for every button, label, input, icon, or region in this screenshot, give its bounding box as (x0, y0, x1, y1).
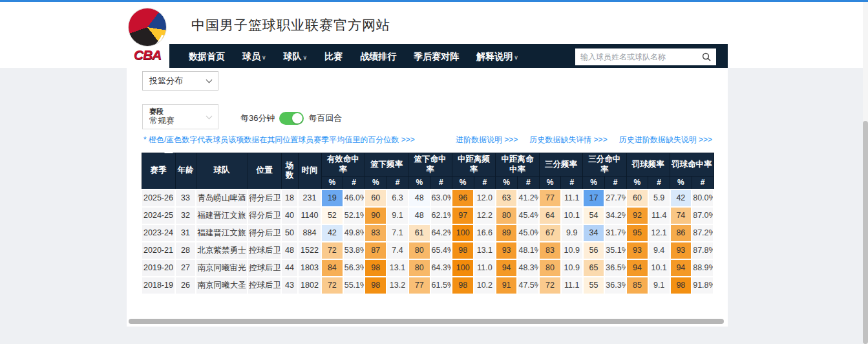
sub-header-value[interactable]: # (604, 177, 626, 189)
nav-item-teams[interactable]: 球队∨ (284, 51, 308, 63)
percentile-cell: 19 (321, 189, 343, 207)
sort-caret-icon (164, 149, 173, 153)
age-cell: 31 (175, 224, 196, 242)
stat-group-header[interactable]: 罚球命中率 (670, 153, 714, 177)
percentile-cell: 90 (365, 207, 386, 224)
link-advanced-stats-help[interactable]: 进阶数据说明 >>> (456, 134, 518, 145)
rate-mode-toggle-row: 每36分钟 每百回合 (240, 112, 342, 125)
value-cell: 36.5% (604, 259, 626, 277)
percentile-cell: 95 (626, 224, 648, 242)
percentile-cell: 48 (408, 189, 430, 207)
value-cell: 11.1 (561, 189, 583, 207)
sub-header-percentile[interactable]: % (583, 177, 605, 189)
percentile-cell: 72 (539, 277, 561, 294)
value-cell: 27.7% (604, 189, 626, 207)
nav-item-data-home[interactable]: 数据首页 (189, 51, 225, 63)
link-missing-data-details[interactable]: 历史数据缺失详情 >>> (529, 134, 607, 145)
value-cell: 12.1 (648, 224, 670, 242)
search-button[interactable] (697, 48, 716, 65)
stage-value: 常规赛 (149, 116, 175, 126)
nav-item-standings[interactable]: 战绩排行 (360, 51, 396, 63)
sub-header-percentile[interactable]: % (626, 177, 648, 189)
sub-header-value[interactable]: # (692, 177, 714, 189)
sub-header-value[interactable]: # (517, 177, 539, 189)
horizontal-scrollbar[interactable] (129, 319, 724, 324)
minutes-cell: 1522 (298, 242, 321, 259)
stat-group-header[interactable]: 中距离频率 (452, 153, 495, 177)
nav-item-glossary[interactable]: 解释说明∨ (476, 51, 518, 63)
sub-header-percentile[interactable]: % (365, 177, 386, 189)
minutes-cell: 884 (298, 224, 321, 242)
percentile-cell: 17 (583, 189, 605, 207)
col-header[interactable]: 球队 (196, 153, 248, 189)
percentile-cell: 61 (408, 224, 430, 242)
percentile-cell: 84 (321, 259, 343, 277)
value-cell: 6.3 (386, 189, 408, 207)
sub-header-percentile[interactable]: % (539, 177, 561, 189)
season-cell: 2025-26 (142, 189, 175, 207)
cba-logo[interactable]: CBA (124, 8, 171, 63)
report-type-select[interactable]: 投篮分布 (142, 71, 218, 91)
position-cell: 得分后卫 (248, 189, 281, 207)
col-header[interactable]: 时间 (298, 153, 321, 189)
col-header[interactable]: 场数 (281, 153, 298, 189)
percentile-cell: 92 (626, 207, 648, 224)
sub-header-value[interactable]: # (474, 177, 496, 189)
percentile-note: * 橙色/蓝色数字代表球员该项数据在其同位置球员赛季平均值里的百分位数 >>> (143, 134, 415, 145)
table-row: 2025-2633青岛崂山啤酒得分后卫182311946.0%606.34863… (142, 189, 714, 207)
col-header[interactable]: 赛季 (142, 153, 175, 189)
sub-header-value[interactable]: # (386, 177, 408, 189)
percentile-cell: 94 (626, 259, 648, 277)
stat-group-header[interactable]: 三分频率 (539, 153, 582, 177)
percentile-cell: 93 (496, 242, 518, 259)
nav-item-playoffs[interactable]: 季后赛对阵 (414, 51, 459, 63)
sub-header-value[interactable]: # (561, 177, 583, 189)
nav-item-games[interactable]: 比赛 (324, 51, 343, 63)
cba-basketball-icon (128, 8, 167, 47)
value-cell: 9.9 (561, 224, 583, 242)
sub-header-value[interactable]: # (430, 177, 452, 189)
value-cell: 88.9% (692, 259, 714, 277)
stat-group-header[interactable]: 罚球频率 (626, 153, 670, 177)
team-cell: 南京同曦宙光 (196, 259, 248, 277)
value-cell: 13.1 (474, 242, 496, 259)
value-cell: 16.6 (474, 224, 496, 242)
age-cell: 32 (175, 207, 196, 224)
value-cell: 61.5% (430, 277, 452, 294)
vertical-scrollbar-thumb[interactable] (863, 121, 868, 344)
sub-header-value[interactable]: # (648, 177, 670, 189)
sub-header-percentile[interactable]: % (408, 177, 430, 189)
value-cell: 13.2 (386, 277, 408, 294)
value-cell: 34.2% (604, 207, 626, 224)
sub-header-percentile[interactable]: % (321, 177, 343, 189)
sub-header-percentile[interactable]: % (670, 177, 692, 189)
value-cell: 10.2 (474, 277, 496, 294)
stage-select[interactable]: 赛段 常规赛 (142, 104, 218, 129)
value-cell: 56.3% (343, 259, 365, 277)
sub-header-percentile[interactable]: % (452, 177, 474, 189)
value-cell: 48.3% (517, 259, 539, 277)
chevron-down-icon (206, 77, 213, 83)
per-mode-toggle[interactable] (279, 112, 304, 125)
stat-group-header[interactable]: 三分命中率 (583, 153, 626, 177)
col-header[interactable]: 位置 (248, 153, 281, 189)
link-missing-advanced-data[interactable]: 历史进阶数据缺失说明 >>> (619, 134, 712, 145)
stat-group-header[interactable]: 中距离命中率 (496, 153, 539, 177)
value-cell: 9.1 (386, 207, 408, 224)
value-cell: 45.0% (517, 224, 539, 242)
percentile-cell: 98 (365, 259, 386, 277)
minutes-cell: 1802 (298, 277, 321, 294)
stat-group-header[interactable]: 有效命中率 (321, 153, 365, 177)
stat-group-header[interactable]: 篮下命中率 (408, 153, 452, 177)
percentile-cell: 67 (539, 224, 561, 242)
search-input[interactable] (575, 52, 697, 61)
sub-header-value[interactable]: # (343, 177, 365, 189)
season-cell: 2019-20 (142, 259, 175, 277)
value-cell: 12.0 (474, 189, 496, 207)
nav-item-players[interactable]: 球员∨ (242, 51, 266, 63)
col-header[interactable]: 年龄 (175, 153, 196, 189)
percentile-cell: 80 (539, 259, 561, 277)
stat-group-header[interactable]: 篮下频率 (365, 153, 408, 177)
sub-header-percentile[interactable]: % (496, 177, 518, 189)
season-cell: 2023-24 (142, 224, 175, 242)
